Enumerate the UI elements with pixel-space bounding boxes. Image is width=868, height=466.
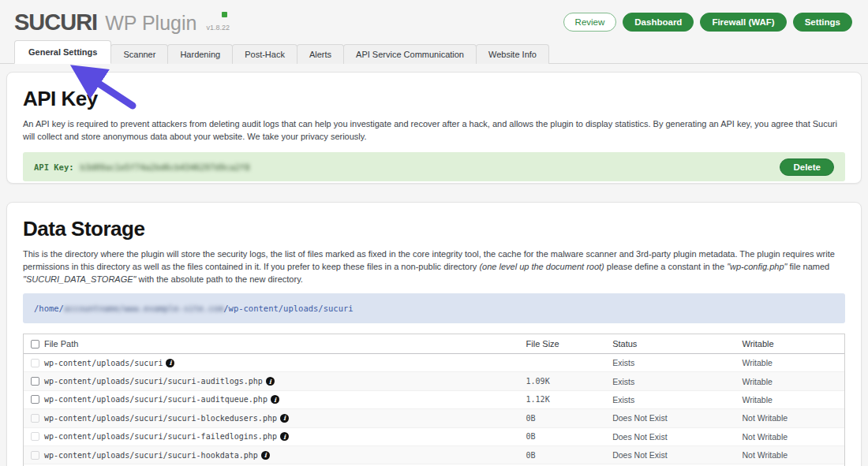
table-row: wp-content/uploads/sucuri/sucuri-failedl… bbox=[24, 428, 844, 446]
file-size: 0B bbox=[526, 414, 613, 423]
file-size: 1.12K bbox=[526, 395, 613, 404]
row-checkbox[interactable] bbox=[31, 359, 39, 367]
dashboard-button[interactable]: Dashboard bbox=[623, 13, 694, 32]
file-writable: Writable bbox=[743, 377, 845, 386]
tab-post-hack[interactable]: Post-Hack bbox=[232, 44, 297, 64]
file-writable: Not Writable bbox=[743, 432, 845, 442]
file-status: Does Not Exist bbox=[612, 413, 742, 423]
firewall-waf-button[interactable]: Firewall (WAF) bbox=[700, 13, 786, 32]
table-row: wp-content/uploads/sucuri/sucuri-hookdat… bbox=[24, 446, 844, 464]
tab-general-settings[interactable]: General Settings bbox=[14, 40, 111, 64]
row-checkbox[interactable] bbox=[31, 414, 39, 423]
col-header-file-path: File Path bbox=[44, 339, 526, 349]
info-icon[interactable]: i bbox=[166, 359, 174, 367]
col-header-status: Status bbox=[612, 339, 742, 349]
table-row: wp-content/uploads/sucuri/sucuri-blocked… bbox=[24, 409, 844, 427]
info-icon[interactable]: i bbox=[280, 414, 289, 423]
desc-text: with the absolute path to the new direct… bbox=[137, 274, 303, 284]
file-status: Exists bbox=[612, 395, 742, 404]
tab-api-service-communication[interactable]: API Service Communication bbox=[343, 44, 477, 64]
file-path: wp-content/uploads/sucuri/sucuri-blocked… bbox=[44, 414, 277, 423]
file-writable: Writable bbox=[743, 358, 845, 367]
file-status: Does Not Exist bbox=[612, 432, 742, 442]
tab-alerts[interactable]: Alerts bbox=[297, 44, 344, 64]
file-path: wp-content/uploads/sucuri/sucuri-failedl… bbox=[44, 432, 277, 441]
file-path: wp-content/uploads/sucuri/sucuri-auditlo… bbox=[44, 377, 263, 386]
file-size: 1.09K bbox=[526, 377, 613, 386]
settings-button[interactable]: Settings bbox=[793, 13, 852, 32]
file-status: Exists bbox=[612, 377, 742, 386]
file-size: 0B bbox=[526, 451, 613, 460]
api-key-label: API Key: bbox=[34, 162, 74, 172]
logo-green-dot-icon bbox=[222, 12, 227, 17]
data-storage-section: Data Storage This is the directory where… bbox=[6, 202, 862, 466]
file-writable: Not Writable bbox=[743, 450, 845, 460]
file-path: wp-content/uploads/sucuri/sucuri-auditqu… bbox=[44, 395, 268, 404]
header-actions: Review Dashboard Firewall (WAF) Settings bbox=[563, 13, 852, 32]
product-name: WP Plugin bbox=[105, 13, 196, 33]
info-icon[interactable]: i bbox=[266, 377, 275, 386]
table-header-row: File Path File Size Status Writable bbox=[24, 334, 844, 354]
tab-website-info[interactable]: Website Info bbox=[476, 44, 549, 64]
delete-api-key-button[interactable]: Delete bbox=[780, 158, 834, 176]
storage-path-prefix: /home/ bbox=[34, 304, 64, 313]
table-row: wp-content/uploads/sucuri/sucuri-auditlo… bbox=[24, 372, 844, 390]
sucuri-brand: sucuri WP Plugin v1.8.22 bbox=[14, 11, 230, 34]
file-path: wp-content/uploads/sucuri/sucuri-hookdat… bbox=[44, 451, 258, 460]
version-label: v1.8.22 bbox=[206, 24, 230, 32]
file-writable: Writable bbox=[743, 395, 845, 404]
sucuri-logo: sucuri bbox=[14, 11, 97, 34]
api-key-section: API Key An API key is required to preven… bbox=[6, 72, 862, 184]
file-status: Does Not Exist bbox=[612, 450, 742, 460]
data-storage-title: Data Storage bbox=[23, 217, 845, 241]
row-checkbox[interactable] bbox=[31, 451, 39, 460]
api-key-value-masked: b3d09ac1e5f74a2bd6cb4346297d9ca2f8 bbox=[80, 162, 250, 172]
select-all-checkbox[interactable] bbox=[31, 340, 39, 349]
file-size: 0B bbox=[526, 432, 613, 441]
row-checkbox[interactable] bbox=[31, 377, 39, 386]
storage-path-box: /home/accountname/www.example-site.com/w… bbox=[23, 293, 845, 323]
desc-italic: "SUCURI_DATA_STORAGE" bbox=[23, 274, 137, 284]
data-storage-description: This is the directory where the plugin w… bbox=[23, 248, 845, 286]
api-key-description: An API key is required to prevent attack… bbox=[23, 118, 845, 144]
desc-italic: (one level up the document root) bbox=[479, 262, 604, 271]
info-icon[interactable]: i bbox=[261, 451, 270, 460]
desc-text: please define a constant in the bbox=[604, 262, 727, 271]
file-path: wp-content/uploads/sucuri bbox=[44, 359, 163, 367]
api-key-title: API Key bbox=[23, 87, 845, 111]
file-writable: Not Writable bbox=[743, 413, 845, 423]
table-row: wp-content/uploads/sucuri/sucuri-auditqu… bbox=[24, 391, 844, 409]
col-header-writable: Writable bbox=[743, 339, 845, 349]
col-header-file-size: File Size bbox=[526, 339, 613, 349]
table-row: wp-content/uploads/sucurii Exists Writab… bbox=[24, 354, 844, 372]
storage-path-masked: accountname/www.example-site.com bbox=[64, 304, 223, 313]
row-checkbox[interactable] bbox=[31, 432, 39, 441]
settings-tab-bar: General Settings Scanner Hardening Post-… bbox=[0, 41, 868, 64]
info-icon[interactable]: i bbox=[271, 395, 279, 404]
review-button[interactable]: Review bbox=[563, 13, 617, 32]
api-key-box: API Key: b3d09ac1e5f74a2bd6cb4346297d9ca… bbox=[23, 152, 845, 181]
storage-path-suffix: /wp-content/uploads/sucuri bbox=[223, 304, 353, 313]
info-icon[interactable]: i bbox=[280, 432, 289, 441]
file-table: File Path File Size Status Writable wp-c… bbox=[23, 334, 845, 466]
desc-text: file named bbox=[787, 262, 829, 271]
file-status: Exists bbox=[612, 358, 742, 367]
tab-scanner[interactable]: Scanner bbox=[110, 44, 168, 64]
desc-italic: "wp-config.php" bbox=[727, 262, 787, 271]
plugin-header: sucuri WP Plugin v1.8.22 Review Dashboar… bbox=[0, 0, 868, 41]
row-checkbox[interactable] bbox=[31, 395, 39, 404]
tab-hardening[interactable]: Hardening bbox=[167, 44, 233, 64]
